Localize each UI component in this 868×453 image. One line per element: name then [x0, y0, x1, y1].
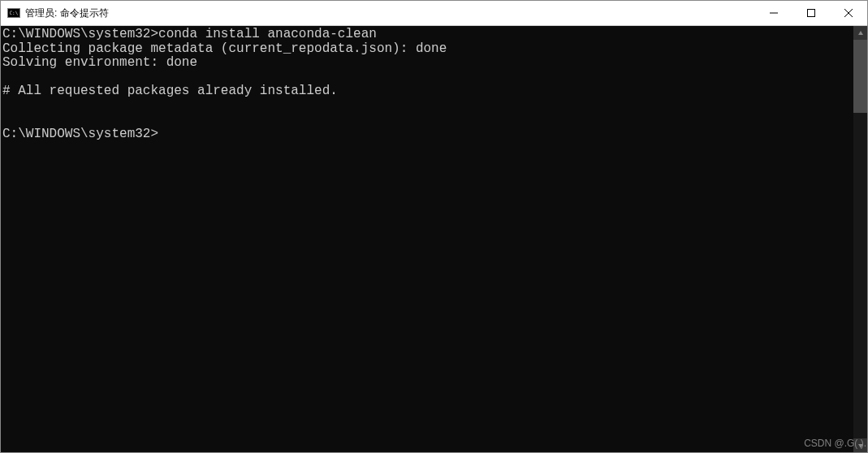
scroll-up-arrow-icon[interactable] [853, 26, 867, 40]
svg-marker-6 [858, 31, 863, 35]
vertical-scrollbar[interactable] [853, 26, 867, 452]
client-area: C:\WINDOWS\system32>conda install anacon… [1, 26, 867, 452]
svg-marker-7 [858, 444, 863, 448]
terminal-output[interactable]: C:\WINDOWS\system32>conda install anacon… [1, 26, 853, 452]
window-controls [755, 1, 867, 25]
minimize-button[interactable] [755, 1, 792, 25]
command-prompt-window: C:\ 管理员: 命令提示符 C:\WINDOWS\system32>conda… [0, 0, 868, 453]
svg-rect-3 [808, 10, 815, 17]
svg-text:C:\: C:\ [10, 10, 19, 15]
titlebar[interactable]: C:\ 管理员: 命令提示符 [1, 1, 867, 26]
scroll-track[interactable] [853, 40, 867, 438]
scroll-thumb[interactable] [853, 40, 867, 113]
scroll-down-arrow-icon[interactable] [853, 438, 867, 452]
maximize-button[interactable] [792, 1, 830, 25]
cmd-icon: C:\ [7, 6, 20, 19]
window-title: 管理员: 命令提示符 [25, 6, 755, 20]
close-button[interactable] [830, 1, 867, 25]
